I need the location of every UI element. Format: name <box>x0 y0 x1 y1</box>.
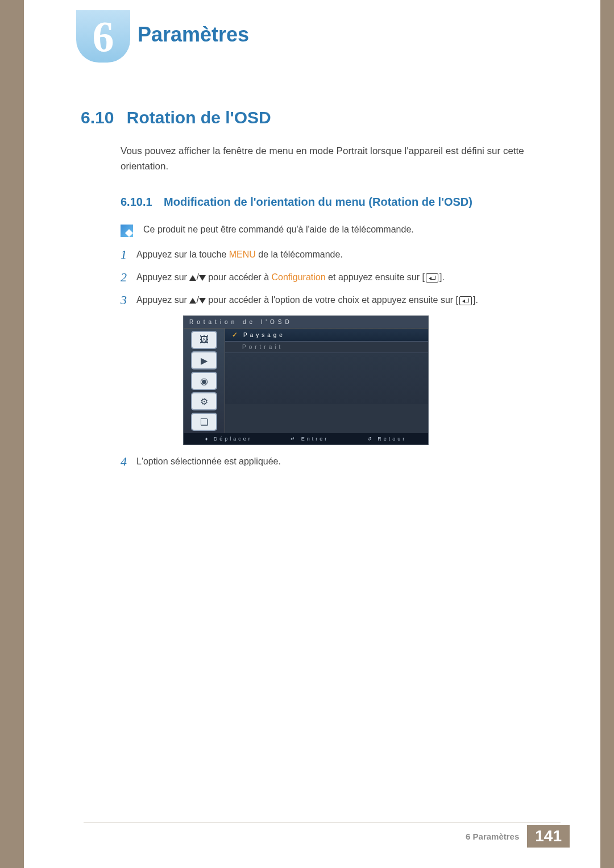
gear-icon: ⚙ <box>191 392 217 410</box>
section-title: Rotation de l'OSD <box>127 108 271 127</box>
subsection-heading: 6.10.1 Modification de l'orientation du … <box>121 196 575 209</box>
keyword-menu: MENU <box>229 250 256 259</box>
step-text: L'option sélectionnée est appliquée. <box>136 454 281 469</box>
osd-item-label: Paysage <box>243 332 285 338</box>
step-text: Appuyez sur / pour accéder à Configurati… <box>136 270 445 285</box>
chapter-number: 6 <box>93 12 114 61</box>
chapter-title: Paramètres <box>138 23 249 47</box>
osd-footer-back: ↺ Retour <box>367 436 407 442</box>
sound-icon: ◉ <box>191 372 217 390</box>
keyword-configuration: Configuration <box>271 272 325 282</box>
osd-item-portrait: Portrait <box>225 342 428 353</box>
osd-item-paysage: ✓ Paysage <box>225 329 428 342</box>
subsection-number: 6.10.1 <box>121 196 152 209</box>
section-intro: Vous pouvez afficher la fenêtre de menu … <box>121 143 558 174</box>
up-icon <box>189 275 196 281</box>
page-footer: 6 Paramètres 141 <box>466 825 570 848</box>
multi-icon: ❏ <box>191 413 217 431</box>
osd-menu: ✓ Paysage Portrait <box>225 329 428 433</box>
up-icon <box>189 298 196 304</box>
step-1: 1 Appuyez sur la touche MENU de la téléc… <box>121 247 575 262</box>
page: 6 Paramètres 6.10 Rotation de l'OSD Vous… <box>24 0 600 868</box>
step-text: Appuyez sur / pour accéder à l'option de… <box>136 293 478 308</box>
osd-blank-area <box>225 353 428 404</box>
footer-label: 6 Paramètres <box>466 832 519 841</box>
section-heading: 6.10 Rotation de l'OSD <box>81 108 575 127</box>
note-text: Ce produit ne peut être commandé qu'à l'… <box>143 225 414 235</box>
check-icon: ✓ <box>232 331 238 339</box>
step-3: 3 Appuyez sur / pour accéder à l'option … <box>121 293 575 308</box>
step-text: Appuyez sur la touche MENU de la télécom… <box>136 247 343 262</box>
step-2: 2 Appuyez sur / pour accéder à Configura… <box>121 270 575 285</box>
step-number: 3 <box>121 293 136 308</box>
note-icon <box>121 225 133 237</box>
step-4: 4 L'option sélectionnée est appliquée. <box>121 454 575 469</box>
section-number: 6.10 <box>81 108 114 127</box>
osd-title: Rotation de l'OSD <box>184 316 428 329</box>
steps-list: 1 Appuyez sur la touche MENU de la téléc… <box>121 247 575 469</box>
subsection-title: Modification de l'orientation du menu (R… <box>164 196 472 209</box>
chapter-tab: 6 <box>76 10 130 63</box>
down-icon <box>199 298 206 304</box>
down-icon <box>199 275 206 281</box>
footer-divider <box>84 822 561 823</box>
enter-icon <box>426 273 438 283</box>
enter-icon <box>459 296 472 305</box>
step-number: 2 <box>121 270 136 285</box>
osd-body: 🖼 ▶ ◉ ⚙ ❏ ✓ Paysage Portrait <box>184 329 428 433</box>
page-number: 141 <box>527 825 570 848</box>
osd-footer-move: ♦ Déplacer <box>205 436 252 442</box>
step-number: 4 <box>121 454 136 469</box>
osd-item-label: Portrait <box>242 344 283 350</box>
step-number: 1 <box>121 247 136 262</box>
media-icon: ▶ <box>191 351 217 369</box>
note-row: Ce produit ne peut être commandé qu'à l'… <box>121 225 575 237</box>
osd-sidebar-icons: 🖼 ▶ ◉ ⚙ ❏ <box>184 329 225 433</box>
osd-footer-enter: ↵ Entrer <box>291 436 329 442</box>
osd-footer: ♦ Déplacer ↵ Entrer ↺ Retour <box>184 433 428 445</box>
osd-figure: Rotation de l'OSD 🖼 ▶ ◉ ⚙ ❏ ✓ Paysage <box>183 315 429 445</box>
picture-icon: 🖼 <box>191 331 217 349</box>
